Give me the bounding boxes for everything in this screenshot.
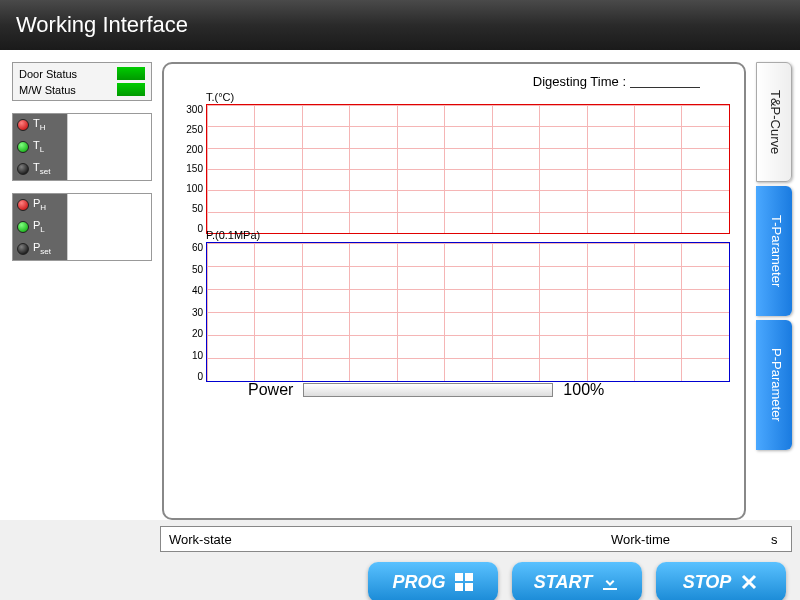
- p-chart-grid: [206, 242, 730, 382]
- power-row: Power 100%: [178, 381, 730, 399]
- tset-value: [67, 158, 151, 180]
- grid-icon: [454, 572, 474, 592]
- stop-button[interactable]: STOP: [656, 562, 786, 600]
- t-chart-yaxis: 300250200150100500: [178, 104, 206, 234]
- power-percent: 100%: [563, 381, 604, 399]
- p-chart-yaxis: 6050403020100: [178, 242, 206, 382]
- tab-tp-curve[interactable]: T&P-Curve: [756, 62, 792, 182]
- side-tabs: T&P-Curve T-Parameter P-Parameter: [756, 62, 792, 520]
- power-label: Power: [248, 381, 293, 399]
- mw-status-label: M/W Status: [19, 84, 76, 96]
- mw-status-row: M/W Status: [19, 83, 145, 96]
- start-button[interactable]: START: [512, 562, 642, 600]
- power-bar: [303, 383, 553, 397]
- svg-rect-3: [465, 583, 473, 591]
- tab-t-parameter[interactable]: T-Parameter: [756, 186, 792, 316]
- tl-row: TL: [13, 136, 151, 158]
- pset-row: Pset: [13, 238, 151, 260]
- dot-icon: [17, 163, 29, 175]
- header-bar: Working Interface: [0, 0, 800, 50]
- svg-rect-1: [465, 573, 473, 581]
- t-chart-grid: [206, 104, 730, 234]
- pressure-chart: P.(0.1MPa) 6050403020100: [178, 229, 730, 369]
- p-param-box: PH PL Pset: [12, 193, 152, 261]
- status-box: Door Status M/W Status: [12, 62, 152, 101]
- pl-row: PL: [13, 216, 151, 238]
- download-icon: [600, 572, 620, 592]
- pset-value: [67, 238, 151, 260]
- tl-value: [67, 136, 151, 158]
- work-state-bar: Work-state Work-time s: [160, 526, 792, 552]
- temperature-chart: T.(°C) 300250200150100500: [178, 91, 730, 221]
- th-value: [67, 114, 151, 136]
- th-row: TH: [13, 114, 151, 136]
- digesting-time-label: Digesting Time :: [533, 74, 626, 89]
- dot-icon: [17, 119, 29, 131]
- work-state-label: Work-state: [169, 532, 249, 547]
- t-chart-title: T.(°C): [178, 91, 730, 103]
- page-title: Working Interface: [16, 12, 188, 38]
- tab-p-parameter[interactable]: P-Parameter: [756, 320, 792, 450]
- door-status-led: [117, 67, 145, 80]
- digesting-time-value: [630, 74, 700, 88]
- door-status-label: Door Status: [19, 68, 77, 80]
- mw-status-led: [117, 83, 145, 96]
- p-chart-title: P.(0.1MPa): [178, 229, 730, 241]
- pl-value: [67, 216, 151, 238]
- dot-icon: [17, 243, 29, 255]
- ph-row: PH: [13, 194, 151, 216]
- t-param-box: TH TL Tset: [12, 113, 152, 181]
- ph-value: [67, 194, 151, 216]
- close-icon: [739, 572, 759, 592]
- digesting-time-row: Digesting Time :: [178, 74, 730, 89]
- dot-icon: [17, 199, 29, 211]
- sidebar: Door Status M/W Status TH TL Tset: [12, 62, 152, 520]
- main-area: Door Status M/W Status TH TL Tset: [0, 50, 800, 520]
- tset-row: Tset: [13, 158, 151, 180]
- button-bar: PROG START STOP: [0, 552, 800, 600]
- chart-panel: Digesting Time : T.(°C) 3002502001501005…: [162, 62, 746, 520]
- dot-icon: [17, 221, 29, 233]
- door-status-row: Door Status: [19, 67, 145, 80]
- work-time-unit: s: [771, 532, 783, 547]
- prog-button[interactable]: PROG: [368, 562, 498, 600]
- svg-rect-0: [455, 573, 463, 581]
- svg-rect-2: [455, 583, 463, 591]
- dot-icon: [17, 141, 29, 153]
- work-time-label: Work-time: [611, 532, 681, 547]
